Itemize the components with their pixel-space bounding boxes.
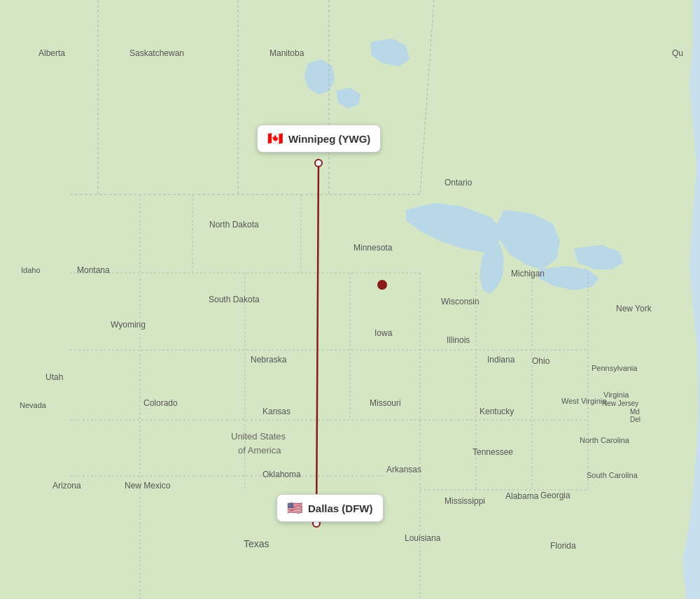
svg-text:Kentucky: Kentucky — [479, 407, 514, 416]
svg-text:Iowa: Iowa — [374, 328, 393, 338]
svg-text:South Carolina: South Carolina — [587, 471, 638, 479]
map-container: Alberta Saskatchewan Manitoba Ontario Qu… — [0, 0, 700, 599]
svg-text:of America: of America — [238, 445, 281, 456]
svg-text:Indiana: Indiana — [487, 355, 515, 365]
svg-text:Oklahoma: Oklahoma — [262, 470, 301, 479]
svg-text:Nevada: Nevada — [20, 401, 47, 409]
usa-flag: 🇺🇸 — [287, 500, 302, 516]
svg-text:Alberta: Alberta — [38, 48, 65, 58]
winnipeg-tooltip: 🇨🇦 Winnipeg (YWG) — [257, 125, 381, 153]
dallas-label: Dallas (DFW) — [308, 502, 373, 514]
svg-text:Mississippi: Mississippi — [444, 496, 485, 506]
svg-point-24 — [377, 280, 387, 290]
svg-text:New Mexico: New Mexico — [125, 481, 171, 491]
svg-text:Ontario: Ontario — [444, 178, 472, 188]
svg-text:Wisconsin: Wisconsin — [441, 297, 479, 306]
svg-text:Michigan: Michigan — [511, 269, 545, 279]
svg-text:New York: New York — [616, 304, 652, 313]
svg-text:Tennessee: Tennessee — [472, 447, 513, 457]
svg-text:Virginia: Virginia — [603, 390, 629, 399]
svg-text:United States: United States — [231, 431, 286, 442]
svg-text:Alabama: Alabama — [505, 491, 539, 501]
svg-text:Nebraska: Nebraska — [251, 355, 287, 365]
svg-text:Illinois: Illinois — [447, 335, 470, 345]
svg-text:Arkansas: Arkansas — [386, 465, 421, 474]
svg-text:Ohio: Ohio — [532, 356, 550, 366]
winnipeg-label: Winnipeg (YWG) — [288, 133, 370, 145]
svg-text:Montana: Montana — [77, 265, 110, 275]
svg-text:Missouri: Missouri — [370, 398, 401, 408]
svg-text:Florida: Florida — [550, 541, 576, 551]
svg-text:Md: Md — [630, 408, 640, 416]
svg-text:Arizona: Arizona — [52, 481, 81, 491]
svg-text:Pennsylvania: Pennsylvania — [592, 364, 638, 372]
svg-text:Texas: Texas — [244, 538, 270, 549]
svg-text:Idaho: Idaho — [21, 266, 41, 274]
svg-text:Colorado: Colorado — [144, 398, 178, 408]
svg-text:North Carolina: North Carolina — [580, 436, 630, 444]
svg-text:Del: Del — [630, 416, 640, 423]
svg-point-25 — [315, 160, 322, 167]
svg-text:Manitoba: Manitoba — [270, 48, 304, 58]
svg-text:Utah: Utah — [46, 372, 63, 382]
svg-text:Saskatchewan: Saskatchewan — [130, 48, 184, 58]
svg-text:New Jersey: New Jersey — [602, 400, 638, 407]
svg-text:Minnesota: Minnesota — [354, 243, 393, 253]
svg-text:Georgia: Georgia — [540, 491, 570, 500]
svg-text:South Dakota: South Dakota — [209, 295, 260, 304]
svg-text:Qu: Qu — [672, 48, 683, 58]
canada-flag: 🇨🇦 — [267, 131, 283, 146]
svg-text:Kansas: Kansas — [262, 407, 290, 416]
svg-text:Wyoming: Wyoming — [111, 320, 146, 330]
svg-text:North Dakota: North Dakota — [209, 220, 259, 230]
svg-text:Louisiana: Louisiana — [405, 533, 441, 543]
svg-text:West Virginia: West Virginia — [561, 397, 607, 405]
dallas-tooltip: 🇺🇸 Dallas (DFW) — [276, 494, 384, 522]
